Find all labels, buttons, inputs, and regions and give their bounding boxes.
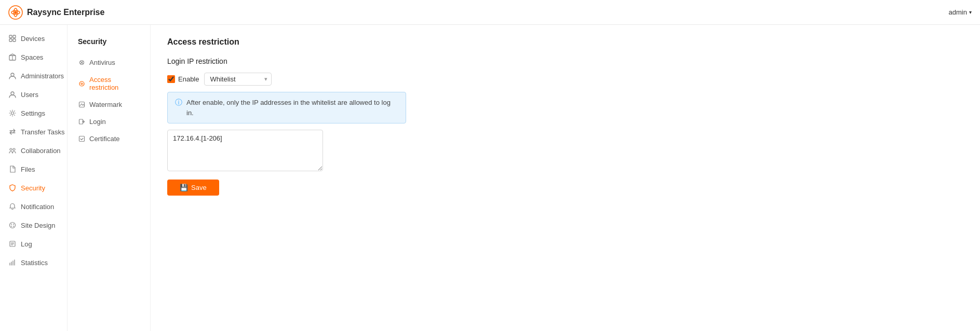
svg-point-12 (10, 148, 12, 150)
sidebar-item-transfer-tasks[interactable]: Transfer Tasks (0, 122, 67, 141)
svg-rect-4 (9, 35, 12, 38)
sidebar-item-notification[interactable]: Notification (0, 197, 67, 216)
svg-point-16 (13, 224, 14, 225)
section-title: Login IP restriction (167, 57, 963, 65)
transfer-icon (8, 128, 17, 136)
enable-checkbox[interactable] (167, 75, 175, 83)
sub-sidebar-item-access-restriction[interactable]: Access restriction (68, 71, 150, 96)
cert-icon (78, 135, 85, 143)
sub-sidebar-title: Security (68, 33, 150, 54)
svg-point-14 (10, 223, 16, 228)
grid-icon (8, 34, 17, 43)
save-label: Save (191, 184, 207, 191)
mode-select-wrap[interactable]: Whitelist Blacklist ▾ (204, 73, 272, 86)
logo-icon (8, 5, 23, 20)
user-icon (8, 90, 17, 99)
box-icon (8, 53, 17, 61)
logo: Raysync Enterprise (8, 5, 104, 20)
svg-point-10 (11, 92, 14, 95)
sidebar-item-log[interactable]: Log (0, 235, 67, 253)
sidebar-item-devices[interactable]: Devices (0, 29, 67, 48)
svg-point-17 (11, 226, 12, 227)
sub-sidebar-item-label: Certificate (89, 135, 120, 143)
svg-point-22 (81, 83, 83, 85)
svg-point-3 (15, 11, 17, 13)
sidebar-item-collaboration[interactable]: Collaboration (0, 141, 67, 160)
sidebar-item-administrators[interactable]: Administrators (0, 66, 67, 85)
login-icon (78, 118, 85, 126)
file-icon (8, 165, 17, 173)
enable-row: Enable Whitelist Blacklist ▾ (167, 73, 963, 86)
sidebar-item-label: Log (21, 240, 32, 248)
sidebar-item-users[interactable]: Users (0, 85, 67, 104)
svg-rect-5 (13, 35, 16, 38)
sub-sidebar: Security Antivirus Access restriction Wa… (68, 25, 151, 331)
sub-sidebar-item-certificate[interactable]: Certificate (68, 130, 150, 147)
sub-sidebar-item-label: Access restriction (89, 76, 140, 91)
sidebar-item-label: Administrators (21, 72, 64, 80)
svg-point-13 (13, 148, 15, 150)
sidebar-item-security[interactable]: Security (0, 178, 67, 197)
svg-point-21 (79, 81, 84, 86)
ip-textarea[interactable]: 172.16.4.[1-206] (167, 130, 323, 171)
svg-point-11 (11, 112, 14, 115)
svg-rect-6 (9, 39, 12, 42)
bell-icon (8, 202, 17, 211)
svg-rect-7 (13, 39, 16, 42)
logo-text: Raysync Enterprise (27, 8, 104, 17)
page-title: Access restriction (167, 37, 963, 47)
sidebar-item-label: Notification (21, 203, 54, 211)
sidebar-item-label: Spaces (21, 53, 43, 61)
sidebar-item-site-design[interactable]: Site Design (0, 216, 67, 235)
enable-label: Enable (178, 75, 199, 83)
svg-point-15 (11, 224, 12, 225)
info-text: After enable, only the IP addresses in t… (186, 98, 398, 118)
info-circle-icon: ⓘ (175, 98, 182, 107)
main-content: Access restriction Login IP restriction … (151, 25, 980, 331)
sub-sidebar-item-login[interactable]: Login (68, 113, 150, 130)
sidebar-item-label: Site Design (21, 222, 55, 229)
sidebar-item-label: Settings (21, 109, 45, 117)
sidebar-item-label: Collaboration (21, 147, 61, 155)
sub-sidebar-item-watermark[interactable]: Watermark (68, 96, 150, 113)
collab-icon (8, 146, 17, 155)
shield-icon (8, 184, 17, 192)
virus-icon (78, 59, 85, 66)
settings-icon (8, 109, 17, 117)
user-admin-icon (8, 72, 17, 80)
user-name: admin (949, 8, 967, 16)
palette-icon (8, 221, 17, 229)
sub-sidebar-item-label: Login (89, 118, 106, 126)
watermark-icon (78, 101, 85, 108)
sub-sidebar-item-label: Antivirus (89, 59, 115, 66)
save-icon: 💾 (180, 184, 188, 191)
log-icon (8, 240, 17, 248)
sidebar-item-statistics[interactable]: Statistics (0, 253, 67, 272)
mode-select[interactable]: Whitelist Blacklist (204, 73, 272, 86)
sidebar-item-spaces[interactable]: Spaces (0, 48, 67, 66)
topbar: Raysync Enterprise admin ▾ (0, 0, 980, 25)
sidebar-item-settings[interactable]: Settings (0, 104, 67, 122)
sidebar-item-label: Security (21, 184, 45, 192)
sidebar-item-label: Statistics (21, 259, 48, 267)
sidebar-item-label: Devices (21, 35, 45, 43)
enable-checkbox-wrap[interactable]: Enable (167, 75, 199, 83)
restriction-icon (78, 80, 85, 87)
svg-point-18 (13, 226, 14, 227)
sidebar-item-label: Transfer Tasks (21, 128, 65, 136)
svg-rect-25 (79, 136, 84, 142)
chart-icon (8, 258, 17, 267)
sidebar: Devices Spaces Administrators Users Sett (0, 25, 68, 331)
save-button[interactable]: 💾 Save (167, 180, 219, 196)
sidebar-item-files[interactable]: Files (0, 160, 67, 178)
svg-point-9 (11, 73, 14, 76)
sub-sidebar-item-label: Watermark (89, 101, 122, 108)
sub-sidebar-item-antivirus[interactable]: Antivirus (68, 54, 150, 71)
sidebar-item-label: Users (21, 91, 38, 99)
chevron-down-icon: ▾ (969, 9, 972, 15)
user-menu[interactable]: admin ▾ (949, 8, 972, 16)
info-box: ⓘ After enable, only the IP addresses in… (167, 92, 406, 123)
sidebar-item-label: Files (21, 166, 35, 173)
